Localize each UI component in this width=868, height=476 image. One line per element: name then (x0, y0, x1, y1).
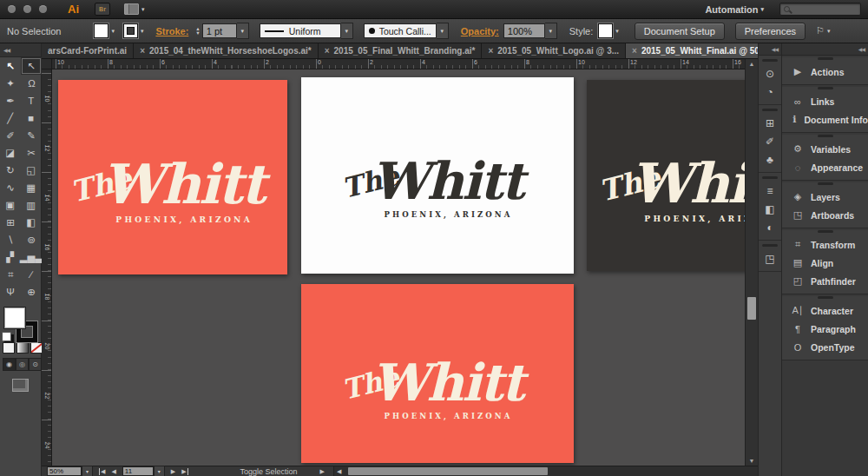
panel-button-pathfinder[interactable]: ◰Pathfinder (782, 272, 868, 290)
brushes-panel-icon[interactable]: ✐ (759, 132, 781, 150)
search-input[interactable] (779, 3, 861, 16)
zoom-level-field[interactable]: 50% (47, 466, 82, 476)
document-tab[interactable]: ×2015_05_Whitt_Logo.ai @ 3... (482, 43, 626, 58)
fill-swatch[interactable] (94, 23, 108, 38)
panel-button-variables[interactable]: ⚙Variables (782, 140, 868, 158)
shape-builder-tool[interactable]: ▣ (0, 196, 21, 214)
paintbrush-tool[interactable]: ✐ (0, 127, 21, 144)
pen-tool[interactable]: ✒ (0, 92, 21, 109)
panel-button-actions[interactable]: ▶Actions (782, 63, 868, 81)
stepper-down-icon[interactable]: ▼ (195, 31, 200, 36)
horizontal-scrollbar-thumb[interactable] (348, 467, 548, 475)
zoom-tool[interactable]: ⊕ (21, 283, 42, 301)
drag-handle[interactable] (818, 135, 833, 137)
drag-handle[interactable] (818, 296, 833, 299)
opacity-dropdown[interactable]: ▾ (545, 23, 557, 39)
next-artboard-button[interactable]: ▶ (171, 468, 175, 475)
arrange-documents-icon[interactable]: ▾ (124, 3, 145, 15)
document-tab[interactable]: ×2015_04_theWhitt_HorseshoeLogos.ai* (134, 43, 319, 58)
document-tab[interactable]: ×2015_05_Final_Whitt_Branding.ai* (319, 43, 483, 58)
asset-export-panel-icon[interactable]: ◳ (759, 249, 781, 268)
transparency-panel-icon[interactable]: ◐ (759, 218, 781, 236)
panel-button-paragraph[interactable]: ¶Paragraph (782, 320, 868, 338)
artboard-dropdown[interactable]: ▾ (154, 466, 165, 476)
stroke-swatch[interactable] (123, 23, 138, 38)
draw-behind-button[interactable]: ◎ (16, 358, 29, 371)
calligraphic-brush-combo[interactable]: Touch Calli... (364, 23, 437, 38)
document-setup-button[interactable]: Document Setup (635, 23, 725, 40)
stroke-weight-dropdown[interactable]: ▾ (237, 23, 249, 39)
vertical-scrollbar[interactable]: ▲ ▼ (745, 59, 758, 466)
free-transform-tool[interactable]: ▦ (21, 179, 42, 196)
scale-tool[interactable]: ◱ (21, 162, 42, 179)
window-close-button[interactable] (8, 5, 16, 13)
ruler-origin-corner[interactable] (42, 59, 52, 69)
opacity-panel-link[interactable]: Opacity: (461, 26, 499, 36)
tab-close-icon[interactable]: × (632, 46, 637, 56)
drag-handle[interactable] (762, 244, 778, 247)
panel-button-opentype[interactable]: OOpenType (782, 338, 868, 356)
eyedropper-tool[interactable]: ∖ (0, 231, 21, 248)
draw-inside-button[interactable]: ⊙ (29, 358, 42, 371)
blend-tool[interactable]: ⊚ (21, 231, 42, 248)
scissors-tool[interactable]: ✂ (21, 144, 42, 162)
tab-close-icon[interactable]: × (140, 46, 145, 56)
gradient-tool[interactable]: ◧ (21, 214, 42, 231)
document-tab[interactable]: arsCard-ForPrint.ai (42, 43, 134, 58)
width-tool[interactable]: ∿ (0, 179, 21, 196)
artboard-tool[interactable]: ⌗ (0, 266, 21, 283)
window-minimize-button[interactable] (23, 5, 31, 13)
type-tool[interactable]: T (21, 92, 42, 109)
horizontal-scrollbar[interactable]: ◀ (333, 466, 758, 476)
panel-button-transform[interactable]: ⌗Transform (782, 235, 868, 254)
tools-collapse-button[interactable]: ◀◀ (0, 43, 41, 57)
none-button[interactable] (30, 342, 43, 354)
select-similar-control[interactable]: ⚐ ▾ (816, 25, 830, 36)
color-panel-icon[interactable]: ⊙ (759, 64, 781, 83)
slice-tool[interactable]: ∕ (21, 266, 42, 283)
last-artboard-button[interactable]: ▶ (181, 468, 187, 475)
window-zoom-button[interactable] (39, 5, 47, 13)
brush-definition-combo[interactable]: Uniform (260, 23, 341, 38)
artboard-dark[interactable]: TheWhittPHOENIX, ARIZONA (587, 80, 745, 271)
tab-close-icon[interactable]: × (325, 46, 330, 56)
mesh-tool[interactable]: ⊞ (0, 214, 21, 231)
artboard-coral-top[interactable]: TheWhittPHOENIX, ARIZONA (58, 80, 287, 274)
status-menu-icon[interactable]: ▶ (320, 468, 325, 475)
fill-color-swatch[interactable] (4, 307, 25, 328)
hand-tool[interactable]: Ψ (0, 283, 21, 301)
drag-handle[interactable] (762, 176, 778, 179)
stroke-panel-link[interactable]: Stroke: (155, 26, 188, 36)
zoom-dropdown[interactable]: ▾ (82, 466, 93, 476)
calligraphic-brush-dropdown[interactable]: ▾ (437, 23, 449, 39)
draw-normal-button[interactable]: ◉ (3, 358, 16, 371)
panel-button-align[interactable]: ▤Align (782, 254, 868, 272)
chevron-down-icon[interactable]: ▾ (111, 28, 115, 35)
color-button[interactable] (3, 342, 15, 354)
direct-selection-tool[interactable]: ↖ (21, 57, 42, 75)
panel-button-document-info[interactable]: ℹDocument Info (782, 110, 868, 129)
magic-wand-tool[interactable]: ✦ (0, 75, 21, 92)
stroke-weight-stepper[interactable]: ▲ ▼ (195, 27, 200, 36)
canvas[interactable]: TheWhittPHOENIX, ARIZONATheWhittPHOENIX,… (52, 69, 745, 466)
gradient-panel-icon[interactable]: ◧ (759, 200, 781, 218)
column-graph-tool[interactable]: ▂▅▃ (21, 248, 42, 266)
screen-mode-button[interactable] (12, 379, 29, 392)
drag-handle[interactable] (818, 182, 833, 185)
swatches-panel-icon[interactable]: ⊞ (759, 114, 781, 132)
drag-handle[interactable] (762, 109, 778, 111)
tab-close-icon[interactable]: × (488, 46, 493, 56)
lasso-tool[interactable]: Ω (21, 75, 42, 92)
scroll-down-icon[interactable]: ▼ (746, 458, 758, 464)
selection-tool[interactable]: ↖ (0, 57, 21, 75)
panel-collapse-button[interactable]: ◀◀ (782, 43, 868, 56)
gradient-button[interactable] (16, 342, 29, 354)
rotate-tool[interactable]: ↻ (0, 162, 21, 179)
bridge-icon[interactable]: Br (95, 3, 110, 16)
panel-button-artboards[interactable]: ◳Artboards (782, 206, 868, 224)
panel-button-appearance[interactable]: ◌Appearance (782, 158, 868, 176)
drag-handle[interactable] (762, 59, 778, 62)
drag-handle[interactable] (818, 87, 833, 89)
artboard-number-field[interactable]: 11 (122, 466, 154, 476)
default-fill-stroke-icon[interactable] (2, 332, 11, 341)
